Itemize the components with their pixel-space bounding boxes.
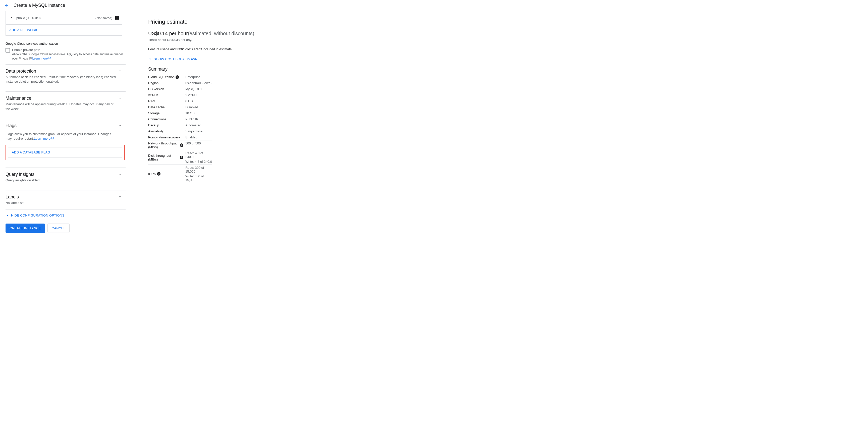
summary-row: ConnectionsPublic IP bbox=[148, 116, 212, 122]
summary-value: 10 GB bbox=[185, 110, 212, 116]
summary-key: Cloud SQL edition? bbox=[148, 74, 185, 80]
network-status: (Not saved) bbox=[95, 16, 112, 20]
checkbox-label: Enable private path bbox=[12, 48, 126, 52]
summary-value: Read: 4.8 of 240.0Write: 4.8 of 240.0 bbox=[185, 150, 212, 164]
add-network-button[interactable]: ADD A NETWORK bbox=[5, 24, 122, 36]
summary-value: MySQL 8.0 bbox=[185, 86, 212, 92]
highlighted-add-flag-container: ADD A DATABASE FLAG bbox=[5, 145, 125, 160]
hide-configuration-button[interactable]: HIDE CONFIGURATION OPTIONS bbox=[5, 209, 126, 221]
summary-key: DB version bbox=[148, 86, 185, 92]
section-subtitle: Maintenance will be applied during Week … bbox=[5, 102, 118, 111]
summary-row: Network throughput (MB/s)?500 of 500 bbox=[148, 140, 212, 150]
section-subtitle: Automatic backups enabled. Point-in-time… bbox=[5, 75, 118, 84]
enable-private-path-checkbox[interactable] bbox=[5, 48, 10, 53]
help-icon[interactable]: ? bbox=[180, 144, 183, 147]
create-instance-button[interactable]: CREATE INSTANCE bbox=[5, 223, 45, 233]
flags-desc-text: Flags allow you to customise granular as… bbox=[5, 132, 111, 141]
help-icon[interactable]: ? bbox=[180, 156, 183, 159]
delete-icon[interactable] bbox=[115, 16, 119, 20]
summary-title: Summary bbox=[148, 67, 276, 72]
summary-value: 8 GB bbox=[185, 98, 212, 104]
right-panel: Pricing estimate US$0.14 per hour(estima… bbox=[126, 11, 276, 238]
chevron-down-icon[interactable] bbox=[9, 15, 14, 21]
section-subtitle: No labels set bbox=[5, 201, 24, 205]
feature-usage-note: Feature usage and traffic costs aren't i… bbox=[148, 47, 276, 51]
network-item[interactable]: public (0.0.0.0/0) (Not saved) bbox=[5, 11, 122, 24]
external-link-icon bbox=[48, 57, 51, 61]
summary-key: Backup bbox=[148, 122, 185, 128]
chevron-down-icon[interactable] bbox=[118, 68, 123, 74]
summary-value: Disabled bbox=[185, 104, 212, 110]
show-cost-breakdown-button[interactable]: SHOW COST BREAKDOWN bbox=[148, 57, 276, 61]
chevron-up-icon bbox=[5, 214, 9, 217]
summary-row: vCPUs2 vCPU bbox=[148, 92, 212, 98]
labels-section: Labels No labels set bbox=[5, 190, 126, 209]
summary-row: IOPS?Read: 300 of 15,000Write: 300 of 15… bbox=[148, 164, 212, 183]
gcs-title: Google Cloud services authorisation bbox=[5, 42, 126, 45]
gcs-authorisation-section: Google Cloud services authorisation Enab… bbox=[5, 42, 126, 61]
summary-row: DB versionMySQL 8.0 bbox=[148, 86, 212, 92]
summary-key: IOPS? bbox=[148, 165, 185, 183]
back-arrow-icon[interactable] bbox=[4, 3, 9, 8]
section-subtitle: Query insights disabled bbox=[5, 178, 39, 183]
page-header: Create a MySQL instance bbox=[0, 0, 868, 11]
chevron-down-icon[interactable] bbox=[118, 96, 123, 102]
add-database-flag-button[interactable]: ADD A DATABASE FLAG bbox=[8, 147, 122, 157]
summary-value: Automated bbox=[185, 122, 212, 128]
summary-key: Region bbox=[148, 80, 185, 86]
section-title: Data protection bbox=[5, 68, 118, 74]
summary-row: Data cacheDisabled bbox=[148, 104, 212, 110]
summary-value: Public IP bbox=[185, 116, 212, 122]
summary-key: Data cache bbox=[148, 104, 185, 110]
section-title: Labels bbox=[5, 194, 24, 200]
summary-row: Storage10 GB bbox=[148, 110, 212, 116]
price-line: US$0.14 per hour(estimated, without disc… bbox=[148, 31, 276, 36]
network-label: public (0.0.0.0/0) bbox=[16, 16, 41, 20]
summary-value: Enabled bbox=[185, 134, 212, 140]
section-title: Maintenance bbox=[5, 96, 118, 101]
flags-desc: Flags allow you to customise granular as… bbox=[5, 132, 126, 141]
page-title: Create a MySQL instance bbox=[13, 3, 65, 8]
summary-key: Point-in-time recovery bbox=[148, 134, 185, 140]
summary-value: 500 of 500 bbox=[185, 141, 212, 150]
hide-config-label: HIDE CONFIGURATION OPTIONS bbox=[11, 214, 65, 217]
section-title: Flags bbox=[5, 123, 17, 128]
external-link-icon bbox=[51, 136, 54, 141]
summary-table: Cloud SQL edition?EnterpriseRegionus-cen… bbox=[148, 74, 212, 183]
pricing-title: Pricing estimate bbox=[148, 19, 276, 25]
data-protection-section: Data protection Automatic backups enable… bbox=[5, 64, 126, 88]
summary-value: Read: 300 of 15,000Write: 300 of 15,000 bbox=[185, 165, 212, 183]
summary-key: Availability bbox=[148, 128, 185, 134]
help-icon[interactable]: ? bbox=[157, 172, 160, 176]
summary-row: Cloud SQL edition?Enterprise bbox=[148, 74, 212, 80]
summary-row: BackupAutomated bbox=[148, 122, 212, 128]
chevron-down-icon[interactable] bbox=[118, 172, 123, 178]
section-title: Query insights bbox=[5, 172, 39, 177]
summary-key: RAM bbox=[148, 98, 185, 104]
learn-more-link[interactable]: Learn more bbox=[34, 136, 51, 141]
summary-row: Disk throughput (MB/s)?Read: 4.8 of 240.… bbox=[148, 150, 212, 164]
summary-key: Disk throughput (MB/s)? bbox=[148, 150, 185, 164]
help-icon[interactable]: ? bbox=[176, 75, 179, 79]
summary-row: AvailabilitySingle zone bbox=[148, 128, 212, 134]
left-panel: public (0.0.0.0/0) (Not saved) ADD A NET… bbox=[0, 11, 126, 238]
summary-row: RAM8 GB bbox=[148, 98, 212, 104]
show-breakdown-label: SHOW COST BREAKDOWN bbox=[154, 57, 197, 61]
learn-more-link[interactable]: Learn more bbox=[32, 57, 48, 60]
price-per-day: That's about US$3.38 per day. bbox=[148, 38, 276, 42]
checkbox-desc-text: Allows other Google Cloud services like … bbox=[12, 53, 124, 60]
summary-value: Single zone bbox=[185, 128, 212, 134]
summary-value: Enterprise bbox=[185, 74, 212, 80]
chevron-up-icon[interactable] bbox=[118, 123, 123, 129]
price-estimated: (estimated, without discounts) bbox=[188, 31, 254, 36]
summary-key: Storage bbox=[148, 110, 185, 116]
maintenance-section: Maintenance Maintenance will be applied … bbox=[5, 91, 126, 115]
checkbox-desc: Allows other Google Cloud services like … bbox=[12, 52, 126, 61]
summary-value: us-central1 (Iowa) bbox=[185, 80, 212, 86]
summary-value: 2 vCPU bbox=[185, 92, 212, 98]
summary-row: Point-in-time recoveryEnabled bbox=[148, 134, 212, 140]
summary-row: Regionus-central1 (Iowa) bbox=[148, 80, 212, 86]
chevron-down-icon[interactable] bbox=[118, 194, 123, 201]
cancel-button[interactable]: CANCEL bbox=[48, 223, 70, 233]
summary-key: Connections bbox=[148, 116, 185, 122]
